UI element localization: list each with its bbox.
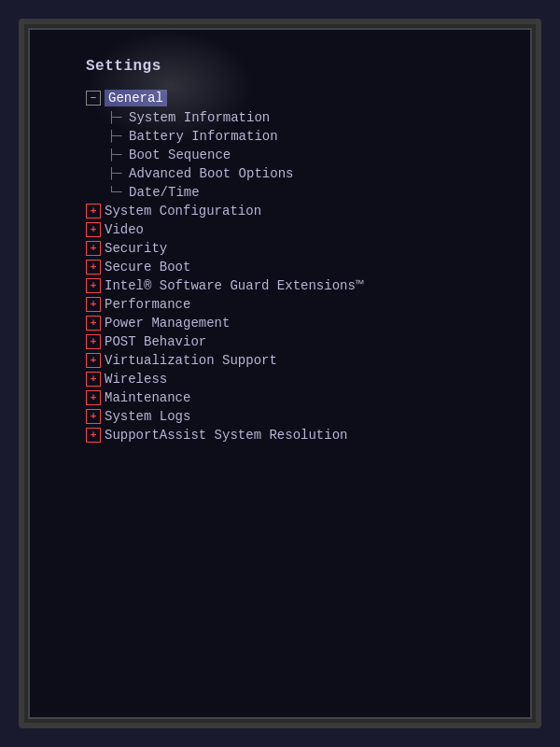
- secure-boot-label: Secure Boot: [105, 260, 190, 275]
- plus-icon: +: [86, 390, 101, 405]
- intel-sge-label: Intel® Software Guard Extensions™: [105, 278, 363, 293]
- tree-item-power-management[interactable]: + Power Management: [86, 314, 511, 332]
- screen-content: Settings − General ├─ System Information…: [30, 30, 530, 717]
- power-management-label: Power Management: [105, 316, 230, 331]
- plus-icon: +: [86, 428, 101, 443]
- battery-information-label: Battery Information: [129, 129, 278, 144]
- tree-item-secure-boot[interactable]: + Secure Boot: [86, 258, 511, 276]
- wireless-label: Wireless: [105, 372, 167, 387]
- tree-item-system-configuration[interactable]: + System Configuration: [86, 202, 511, 220]
- plus-icon: +: [86, 222, 101, 237]
- tree-item-virtualization-support[interactable]: + Virtualization Support: [86, 351, 511, 370]
- plus-icon: +: [86, 278, 101, 293]
- tree-item-wireless[interactable]: + Wireless: [86, 370, 511, 388]
- tree-item-system-logs[interactable]: + System Logs: [86, 407, 511, 426]
- minus-icon: −: [86, 91, 101, 106]
- tree-item-intel-sge[interactable]: + Intel® Software Guard Extensions™: [86, 276, 511, 295]
- tree-item-general[interactable]: − General: [86, 88, 511, 108]
- connector-line: ├─: [108, 111, 127, 124]
- tree-item-date-time[interactable]: └─ Date/Time: [108, 183, 511, 202]
- performance-label: Performance: [105, 297, 190, 312]
- monitor-inner: Settings − General ├─ System Information…: [28, 28, 532, 719]
- system-information-label: System Information: [129, 110, 270, 125]
- tree-item-maintenance[interactable]: + Maintenance: [86, 388, 511, 407]
- tree-item-performance[interactable]: + Performance: [86, 295, 511, 314]
- tree-item-security[interactable]: + Security: [86, 239, 511, 258]
- connector-line: ├─: [108, 148, 127, 162]
- system-configuration-label: System Configuration: [105, 204, 261, 218]
- tree-item-supportassist[interactable]: + SupportAssist System Resolution: [86, 426, 511, 444]
- connector-line: ├─: [108, 167, 127, 180]
- post-behavior-label: POST Behavior: [105, 334, 206, 349]
- tree-item-battery-information[interactable]: ├─ Battery Information: [108, 127, 511, 146]
- general-label: General: [105, 90, 167, 106]
- system-logs-label: System Logs: [105, 409, 190, 424]
- plus-icon: +: [86, 353, 101, 368]
- boot-sequence-label: Boot Sequence: [129, 148, 231, 162]
- tree-item-post-behavior[interactable]: + POST Behavior: [86, 332, 511, 351]
- security-label: Security: [105, 241, 167, 256]
- date-time-label: Date/Time: [129, 185, 200, 200]
- advanced-boot-options-label: Advanced Boot Options: [129, 166, 293, 181]
- tree-item-system-information[interactable]: ├─ System Information: [108, 108, 511, 127]
- connector-line: ├─: [108, 130, 127, 143]
- plus-icon: +: [86, 241, 101, 256]
- supportassist-label: SupportAssist System Resolution: [105, 428, 347, 443]
- tree-item-advanced-boot-options[interactable]: ├─ Advanced Boot Options: [108, 164, 511, 183]
- plus-icon: +: [86, 316, 101, 331]
- plus-icon: +: [86, 409, 101, 424]
- tree-item-boot-sequence[interactable]: ├─ Boot Sequence: [108, 146, 511, 164]
- tree-container: − General ├─ System Information ├─ Batte…: [86, 88, 511, 444]
- virtualization-support-label: Virtualization Support: [105, 353, 277, 368]
- plus-icon: +: [86, 372, 101, 387]
- plus-icon: +: [86, 204, 101, 218]
- maintenance-label: Maintenance: [105, 390, 190, 405]
- monitor-outer: Settings − General ├─ System Information…: [19, 19, 541, 728]
- video-label: Video: [105, 222, 144, 237]
- plus-icon: +: [86, 297, 101, 312]
- settings-title: Settings: [86, 58, 511, 75]
- plus-icon: +: [86, 334, 101, 349]
- connector-line: └─: [108, 186, 127, 199]
- tree-item-video[interactable]: + Video: [86, 220, 511, 239]
- plus-icon: +: [86, 260, 101, 275]
